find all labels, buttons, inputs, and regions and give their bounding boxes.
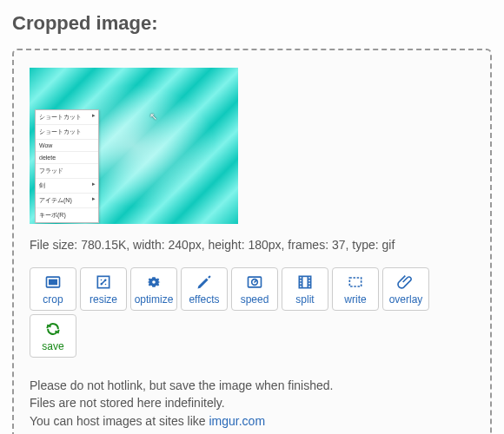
file-size: 780.15K	[81, 238, 126, 252]
imgur-link[interactable]: imgur.com	[209, 414, 266, 428]
crop-icon	[43, 273, 63, 291]
context-menu-item: delete	[36, 152, 98, 164]
overlay-button[interactable]: overlay	[382, 267, 429, 311]
select-icon	[346, 273, 365, 291]
svg-rect-7	[349, 278, 361, 286]
file-height: 180px	[248, 238, 281, 252]
split-button[interactable]: split	[282, 267, 328, 311]
optimize-button[interactable]: optimize	[130, 267, 177, 311]
context-menu-item: 剣	[36, 179, 98, 194]
resize-icon	[94, 273, 113, 291]
note-line: Files are not stored here indefinitely.	[30, 394, 474, 411]
context-menu-item: ショートカット	[36, 110, 98, 125]
file-type: gif	[382, 238, 395, 252]
context-menu-item: キーボ(R)	[36, 208, 98, 222]
gear-icon	[144, 273, 163, 291]
footer-note: Please do not hotlink, but save the imag…	[30, 377, 474, 430]
speed-icon	[245, 273, 264, 291]
preview-image: ショートカット ショートカット Wow delete フラッド 剣 アイテム(N…	[30, 68, 238, 224]
speed-button[interactable]: speed	[231, 267, 278, 311]
cursor-icon: ↖	[149, 111, 157, 122]
pencil-icon	[195, 273, 214, 291]
effects-button[interactable]: effects	[181, 267, 228, 311]
result-panel: ショートカット ショートカット Wow delete フラッド 剣 アイテム(N…	[12, 49, 492, 434]
context-menu-item: ショートカット	[36, 125, 98, 140]
file-width: 240px	[169, 238, 202, 252]
svg-point-3	[152, 280, 156, 284]
context-menu-item: フラッド	[36, 164, 98, 179]
context-menu-item: アイテム(N)	[36, 194, 98, 208]
context-menu: ショートカット ショートカット Wow delete フラッド 剣 アイテム(N…	[35, 109, 99, 223]
resize-button[interactable]: resize	[80, 267, 127, 311]
write-button[interactable]: write	[332, 267, 379, 311]
save-icon	[43, 320, 63, 338]
file-frames: 37	[332, 238, 346, 252]
film-icon	[295, 273, 315, 291]
note-line: You can host images at sites like imgur.…	[30, 412, 474, 430]
save-button[interactable]: save	[30, 314, 76, 358]
note-line: Please do not hotlink, but save the imag…	[30, 377, 474, 394]
file-meta: File size: 780.15K, width: 240px, height…	[30, 238, 474, 252]
crop-button[interactable]: crop	[30, 267, 76, 311]
toolbar: crop resize optimize effects speed split…	[30, 267, 474, 358]
page-title: Cropped image:	[12, 12, 492, 35]
context-menu-item: Wow	[36, 140, 98, 152]
svg-rect-1	[50, 279, 56, 284]
clip-icon	[396, 273, 415, 291]
